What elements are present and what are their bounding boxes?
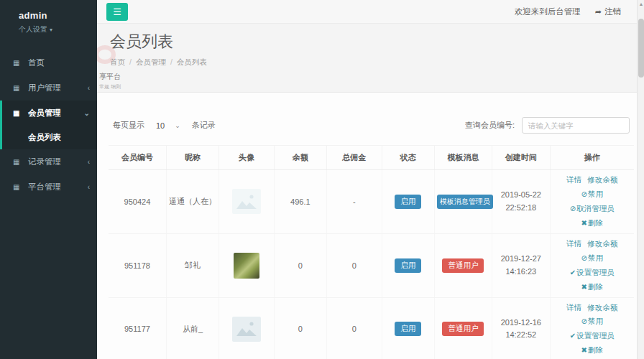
ban-icon: ⊘ <box>570 205 576 213</box>
action-link[interactable]: 详情 <box>566 175 581 184</box>
balance-cell: 0 <box>274 233 326 297</box>
grid-icon: ▦ <box>13 84 22 92</box>
member-id-search-input[interactable] <box>522 117 630 134</box>
action-line: ✔设置管理员 <box>553 266 632 280</box>
breadcrumb-item[interactable]: 会员管理 <box>136 57 166 66</box>
action-label: 详情 <box>566 303 581 312</box>
breadcrumb-item[interactable]: 首页 <box>110 57 125 66</box>
sidebar-item-records[interactable]: ▦记录管理‹ <box>0 149 97 174</box>
member-id-cell: 951177 <box>109 297 166 359</box>
role-badge[interactable]: 模板消息管理员 <box>437 195 493 209</box>
user-settings-link[interactable]: 个人设置▾ <box>19 24 97 34</box>
action-link[interactable]: 修改余额 <box>587 175 617 184</box>
ban-icon: ⊘ <box>581 317 587 325</box>
action-line: ✖删除 <box>553 343 632 358</box>
welcome-text: 欢迎来到后台管理 <box>515 6 581 17</box>
scrollbar-thumb[interactable] <box>638 19 644 78</box>
action-line: ⊘禁用 <box>553 314 632 329</box>
page-watermark: 享平台 常规 细则 <box>97 67 644 92</box>
grid-icon: ▦ <box>13 109 22 117</box>
action-link[interactable]: 详情 <box>566 239 581 248</box>
member-id-cell: 950424 <box>109 170 166 234</box>
action-link[interactable]: ⊘禁用 <box>581 317 603 325</box>
sidebar-group-records: ▦记录管理‹ <box>0 149 97 174</box>
action-link[interactable]: ⊘禁用 <box>581 253 603 262</box>
search-label: 查询会员编号: <box>465 120 515 131</box>
action-label: 禁用 <box>588 190 603 198</box>
created-cell: 2019-05-2222:52:18 <box>492 170 550 234</box>
logout-link[interactable]: ➦ 注销 <box>595 6 621 17</box>
created-time-line: 14:22:52 <box>494 329 547 342</box>
action-line: ✔设置管理员 <box>553 329 632 343</box>
sidebar-item-label: 用户管理 <box>28 83 61 93</box>
scrollbar-up-arrow[interactable]: ▲ <box>638 1 644 6</box>
breadcrumb-item[interactable]: 会员列表 <box>177 57 207 66</box>
action-line: ✖删除 <box>553 280 632 294</box>
action-link[interactable]: 修改余额 <box>587 303 617 312</box>
created-time: 2019-05-2222:52:18 <box>494 189 547 214</box>
action-label: 详情 <box>566 175 581 184</box>
status-badge[interactable]: 启用 <box>395 258 421 273</box>
table-row: 951178邹礼00启用普通用户2019-12-2714:16:23详情修改余额… <box>109 233 634 297</box>
breadcrumb-separator: / <box>170 57 172 66</box>
sidebar-group-platform: ▦平台管理‹ <box>0 174 97 200</box>
action-link[interactable]: ⊘禁用 <box>581 190 603 198</box>
action-link[interactable]: 修改余额 <box>587 239 617 248</box>
avatar-placeholder <box>232 189 261 214</box>
status-badge[interactable]: 启用 <box>395 322 421 336</box>
per-page-select[interactable]: 10 ⌄ <box>156 121 180 130</box>
created-cell: 2019-12-2714:16:23 <box>492 233 550 297</box>
action-link[interactable]: ⊘取消管理员 <box>570 204 615 213</box>
sidebar-item-platform[interactable]: ▦平台管理‹ <box>0 174 97 200</box>
status-badge[interactable]: 启用 <box>395 195 421 209</box>
sidebar-toggle-button[interactable]: ☰ <box>106 3 128 21</box>
action-link[interactable]: ✖删除 <box>581 218 603 227</box>
scrollbar: ▲ <box>637 0 644 359</box>
user-name: admin <box>19 10 97 21</box>
sidebar-item-members[interactable]: ▦会员管理⌄ <box>2 101 97 126</box>
check-icon: ✔ <box>570 269 576 276</box>
sidebar-item-users[interactable]: ▦用户管理‹ <box>0 75 97 101</box>
avatar-cell <box>219 170 275 234</box>
image-placeholder-icon <box>234 319 259 339</box>
table-row: 950424逼通（人在）496.1-启用模板消息管理员2019-05-2222:… <box>109 170 634 234</box>
nickname-cell: 逼通（人在） <box>166 170 218 234</box>
role-badge[interactable]: 普通用户 <box>442 258 484 273</box>
member-list-card: 每页显示 10 ⌄ 条记录 查询会员编号: 会员编号昵称头像余额总 <box>97 92 644 359</box>
action-link[interactable]: ✖删除 <box>581 282 603 291</box>
role-badge[interactable]: 普通用户 <box>442 322 484 336</box>
action-label: 删除 <box>588 345 603 354</box>
action-link[interactable]: ✖删除 <box>581 345 603 354</box>
action-line: ⊘禁用 <box>553 251 632 266</box>
sidebar-subitem-member-list[interactable]: 会员列表 <box>2 126 97 149</box>
table-body: 950424逼通（人在）496.1-启用模板消息管理员2019-05-2222:… <box>109 170 634 359</box>
table-header-cell: 头像 <box>219 146 275 170</box>
action-label: 删除 <box>588 282 603 291</box>
status-cell: 启用 <box>382 297 434 359</box>
actions-wrap: 详情修改余额⊘禁用✔设置管理员✖删除 <box>553 237 632 294</box>
per-page-suffix: 条记录 <box>192 120 216 131</box>
action-line: 详情修改余额 <box>553 301 632 315</box>
chevron-down-icon: ⌄ <box>175 122 180 129</box>
x-icon: ✖ <box>581 283 587 291</box>
per-page-control: 每页显示 10 ⌄ 条记录 <box>113 120 216 131</box>
chevron-left-icon: ‹ <box>88 158 90 166</box>
sidebar-item-label: 记录管理 <box>28 157 61 167</box>
action-link[interactable]: ✔设置管理员 <box>570 268 615 276</box>
sidebar-group-users: ▦用户管理‹ <box>0 75 97 101</box>
role-cell: 普通用户 <box>434 233 492 297</box>
action-line: ⊘取消管理员 <box>553 202 632 216</box>
image-placeholder-icon <box>234 192 259 212</box>
action-link[interactable]: ✔设置管理员 <box>570 331 615 340</box>
created-date-line: 2019-12-16 <box>494 317 547 330</box>
role-cell: 模板消息管理员 <box>434 170 492 234</box>
logout-icon: ➦ <box>595 7 602 17</box>
watermark-line1: 享平台 <box>99 72 644 82</box>
action-link[interactable]: 详情 <box>566 303 581 312</box>
breadcrumb-separator: / <box>129 57 132 66</box>
action-label: 详情 <box>566 239 581 248</box>
action-label: 禁用 <box>588 317 603 325</box>
grid-icon: ▦ <box>13 158 22 166</box>
sidebar-item-home[interactable]: ▦首页 <box>0 50 97 75</box>
avatar-cell <box>219 233 275 297</box>
